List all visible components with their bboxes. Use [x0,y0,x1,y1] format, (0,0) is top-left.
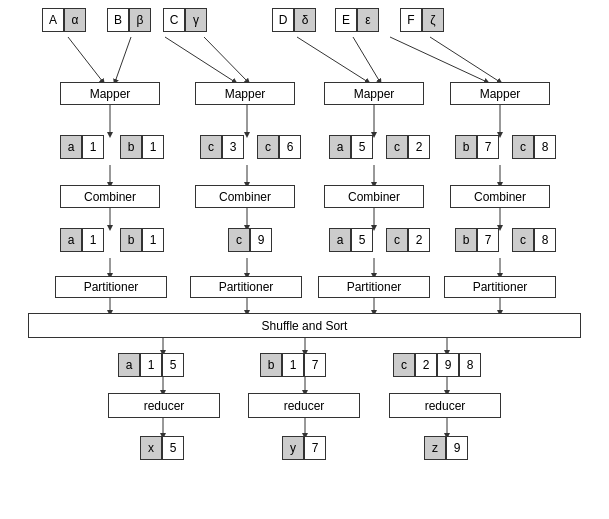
svg-line-2 [165,37,235,82]
combiner-4: Combiner [450,185,550,208]
c4-k1: b [455,228,477,252]
m1-k1: a [60,135,82,159]
c1-k2: b [120,228,142,252]
input-D: D [272,8,294,32]
c4-v1: 7 [477,228,499,252]
m3-v1: 5 [351,135,373,159]
r1-k: x [140,436,162,460]
s3-v3: 8 [459,353,481,377]
partitioner-3: Partitioner [318,276,430,298]
c3-k2: c [386,228,408,252]
reducer-3: reducer [389,393,501,418]
input-epsilon: ε [357,8,379,32]
s1-k: a [118,353,140,377]
m1-v2: 1 [142,135,164,159]
c2-v1: 9 [250,228,272,252]
combiner-2: Combiner [195,185,295,208]
mapper-2: Mapper [195,82,295,105]
input-gamma: γ [185,8,207,32]
input-delta: δ [294,8,316,32]
m3-v2: 2 [408,135,430,159]
combiner-1: Combiner [60,185,160,208]
r2-k: y [282,436,304,460]
m4-v1: 7 [477,135,499,159]
c4-k2: c [512,228,534,252]
c3-k1: a [329,228,351,252]
partitioner-1: Partitioner [55,276,167,298]
c3-v1: 5 [351,228,373,252]
partitioner-4: Partitioner [444,276,556,298]
input-E: E [335,8,357,32]
svg-line-4 [297,37,368,82]
input-beta: β [129,8,151,32]
r3-k: z [424,436,446,460]
r3-v: 9 [446,436,468,460]
s3-k: c [393,353,415,377]
svg-line-0 [68,37,103,82]
svg-line-7 [430,37,500,82]
r2-v: 7 [304,436,326,460]
c4-v2: 8 [534,228,556,252]
shuffle-sort: Shuffle and Sort [28,313,581,338]
m4-k2: c [512,135,534,159]
m2-v1: 3 [222,135,244,159]
svg-line-5 [353,37,380,82]
m4-v2: 8 [534,135,556,159]
combiner-3: Combiner [324,185,424,208]
m3-k1: a [329,135,351,159]
diagram: A α B β C γ D δ E ε F ζ Mapper Mapper Ma… [0,0,609,519]
r1-v: 5 [162,436,184,460]
mapper-1: Mapper [60,82,160,105]
c1-v2: 1 [142,228,164,252]
m2-k2: c [257,135,279,159]
svg-line-6 [390,37,487,82]
c2-k1: c [228,228,250,252]
input-A: A [42,8,64,32]
svg-line-3 [204,37,248,82]
c1-v1: 1 [82,228,104,252]
reducer-2: reducer [248,393,360,418]
m1-v1: 1 [82,135,104,159]
input-C: C [163,8,185,32]
m3-k2: c [386,135,408,159]
mapper-3: Mapper [324,82,424,105]
m4-k1: b [455,135,477,159]
input-alpha: α [64,8,86,32]
input-F: F [400,8,422,32]
c1-k1: a [60,228,82,252]
mapper-4: Mapper [450,82,550,105]
reducer-1: reducer [108,393,220,418]
s3-v1: 2 [415,353,437,377]
s2-v1: 1 [282,353,304,377]
m1-k2: b [120,135,142,159]
partitioner-2: Partitioner [190,276,302,298]
svg-line-1 [115,37,131,82]
s2-v2: 7 [304,353,326,377]
c3-v2: 2 [408,228,430,252]
m2-k1: c [200,135,222,159]
s1-v1: 1 [140,353,162,377]
s1-v2: 5 [162,353,184,377]
input-B: B [107,8,129,32]
m2-v2: 6 [279,135,301,159]
input-zeta: ζ [422,8,444,32]
s3-v2: 9 [437,353,459,377]
s2-k: b [260,353,282,377]
